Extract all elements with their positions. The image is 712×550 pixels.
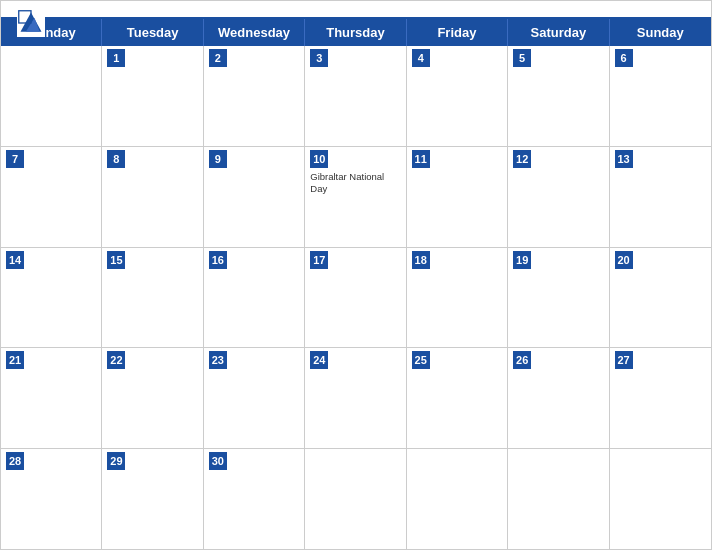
calendar-header xyxy=(1,1,711,17)
day-number: 12 xyxy=(513,150,531,168)
calendar-grid: MondayTuesdayWednesdayThursdayFridaySatu… xyxy=(1,17,711,549)
week-row-4: 21222324252627 xyxy=(1,348,711,449)
week-row-1: 123456 xyxy=(1,46,711,147)
day-number: 9 xyxy=(209,150,227,168)
day-cell: 27 xyxy=(610,348,711,448)
general-blue-logo-icon xyxy=(17,9,45,37)
day-number: 7 xyxy=(6,150,24,168)
day-header-friday: Friday xyxy=(407,19,508,46)
day-cell xyxy=(508,449,609,549)
day-cell: 17 xyxy=(305,248,406,348)
day-cell: 1 xyxy=(102,46,203,146)
day-header-tuesday: Tuesday xyxy=(102,19,203,46)
day-cell: 11 xyxy=(407,147,508,247)
day-cell: 13 xyxy=(610,147,711,247)
day-number: 18 xyxy=(412,251,430,269)
day-number: 6 xyxy=(615,49,633,67)
week-row-5: 282930 xyxy=(1,449,711,549)
calendar-container: MondayTuesdayWednesdayThursdayFridaySatu… xyxy=(0,0,712,550)
day-cell: 7 xyxy=(1,147,102,247)
day-number: 15 xyxy=(107,251,125,269)
week-row-3: 14151617181920 xyxy=(1,248,711,349)
day-number: 10 xyxy=(310,150,328,168)
day-cell: 10Gibraltar National Day xyxy=(305,147,406,247)
day-headers-row: MondayTuesdayWednesdayThursdayFridaySatu… xyxy=(1,19,711,46)
day-cell: 3 xyxy=(305,46,406,146)
day-number: 5 xyxy=(513,49,531,67)
day-cell: 6 xyxy=(610,46,711,146)
day-cell: 26 xyxy=(508,348,609,448)
day-number: 23 xyxy=(209,351,227,369)
day-header-wednesday: Wednesday xyxy=(204,19,305,46)
day-cell: 12 xyxy=(508,147,609,247)
day-cell: 8 xyxy=(102,147,203,247)
day-number: 11 xyxy=(412,150,430,168)
day-cell: 28 xyxy=(1,449,102,549)
day-cell xyxy=(407,449,508,549)
day-number: 16 xyxy=(209,251,227,269)
day-cell: 14 xyxy=(1,248,102,348)
day-cell xyxy=(610,449,711,549)
day-number: 24 xyxy=(310,351,328,369)
day-cell: 23 xyxy=(204,348,305,448)
day-cell: 19 xyxy=(508,248,609,348)
logo-area xyxy=(17,9,47,37)
day-header-thursday: Thursday xyxy=(305,19,406,46)
day-number: 20 xyxy=(615,251,633,269)
day-number: 13 xyxy=(615,150,633,168)
day-number: 29 xyxy=(107,452,125,470)
day-cell xyxy=(305,449,406,549)
day-number: 27 xyxy=(615,351,633,369)
day-number: 19 xyxy=(513,251,531,269)
day-cell: 9 xyxy=(204,147,305,247)
day-number: 26 xyxy=(513,351,531,369)
day-cell: 21 xyxy=(1,348,102,448)
day-number: 21 xyxy=(6,351,24,369)
day-cell: 15 xyxy=(102,248,203,348)
day-cell: 30 xyxy=(204,449,305,549)
day-number: 22 xyxy=(107,351,125,369)
day-number: 17 xyxy=(310,251,328,269)
week-row-2: 78910Gibraltar National Day111213 xyxy=(1,147,711,248)
day-number: 4 xyxy=(412,49,430,67)
weeks-container: 12345678910Gibraltar National Day1112131… xyxy=(1,46,711,549)
day-number: 8 xyxy=(107,150,125,168)
day-number: 28 xyxy=(6,452,24,470)
day-number: 30 xyxy=(209,452,227,470)
day-cell: 5 xyxy=(508,46,609,146)
day-cell: 24 xyxy=(305,348,406,448)
day-number: 3 xyxy=(310,49,328,67)
event-text: Gibraltar National Day xyxy=(310,171,400,196)
day-cell xyxy=(1,46,102,146)
day-cell: 2 xyxy=(204,46,305,146)
day-number: 25 xyxy=(412,351,430,369)
day-number: 1 xyxy=(107,49,125,67)
day-cell: 18 xyxy=(407,248,508,348)
day-cell: 20 xyxy=(610,248,711,348)
day-number: 14 xyxy=(6,251,24,269)
day-header-sunday: Sunday xyxy=(610,19,711,46)
day-cell: 22 xyxy=(102,348,203,448)
day-cell: 4 xyxy=(407,46,508,146)
day-cell: 16 xyxy=(204,248,305,348)
day-header-saturday: Saturday xyxy=(508,19,609,46)
day-cell: 25 xyxy=(407,348,508,448)
day-cell: 29 xyxy=(102,449,203,549)
day-number: 2 xyxy=(209,49,227,67)
